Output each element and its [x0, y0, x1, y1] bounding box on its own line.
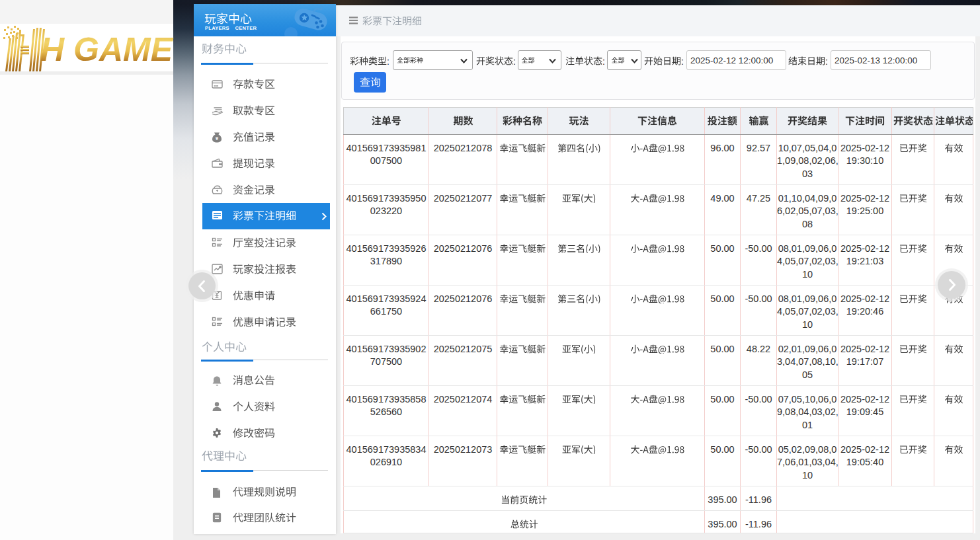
svg-text:H GAME: H GAME — [40, 31, 174, 68]
svg-text:¥: ¥ — [216, 135, 219, 141]
